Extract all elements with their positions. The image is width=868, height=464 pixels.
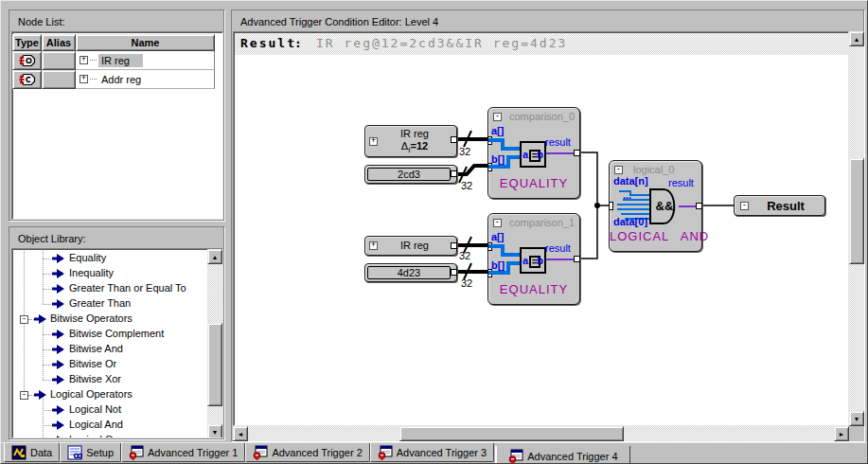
operator-arrow-icon xyxy=(52,269,64,278)
tree-item-greater-equal[interactable]: Greater Than or Equal To xyxy=(12,281,222,296)
node-type-cell[interactable] xyxy=(12,51,42,70)
collapse-minus-box[interactable]: - xyxy=(20,315,28,324)
result-port-label: result xyxy=(545,242,571,254)
operator-arrow-icon xyxy=(52,420,64,430)
tree-item-inequality[interactable]: Inequality xyxy=(12,266,222,281)
output-connector[interactable] xyxy=(451,136,457,143)
tree-item-greater-than[interactable]: Greater Than xyxy=(12,296,222,312)
tree-dash xyxy=(90,60,97,61)
node-list-panel: Node List: Type Alias Name +IR reg xyxy=(9,9,224,221)
tree-item-equality[interactable]: Equality xyxy=(12,251,222,266)
collapse-minus-box[interactable]: - xyxy=(493,113,502,121)
scroll-up-button[interactable]: ▲ xyxy=(849,31,864,46)
scroll-right-button[interactable]: ► xyxy=(834,426,849,441)
alias-cell[interactable] xyxy=(42,70,76,89)
result-connector[interactable] xyxy=(574,150,580,156)
column-header-alias[interactable]: Alias xyxy=(42,34,76,51)
scrollbar-thumb[interactable] xyxy=(849,158,864,264)
scrollbar-thumb[interactable] xyxy=(207,323,222,406)
object-library-tree: Equality Inequality Greater Than or Equa… xyxy=(11,248,223,438)
block-title: comparison_1 xyxy=(509,217,575,228)
bottom-tab-bar: Data Setup Advanced Trigger 1 xyxy=(1,442,868,464)
tab-data[interactable]: Data xyxy=(4,443,60,462)
node-block-ir-reg-delayed[interactable]: + IR reg Δt=12 xyxy=(364,125,457,157)
node-delay-label: Δt=12 xyxy=(377,140,452,154)
tree-dash xyxy=(90,79,97,80)
scroll-down-button[interactable]: ▼ xyxy=(849,411,864,426)
setup-tab-icon xyxy=(67,445,82,460)
operator-arrow-icon xyxy=(52,375,64,384)
tree-item-bitwise-complement[interactable]: Bitwise Complement xyxy=(12,327,222,342)
tree-item-logical-and[interactable]: Logical And xyxy=(12,418,222,433)
collapse-minus-box[interactable]: - xyxy=(493,219,502,227)
editor-canvas[interactable]: Result : IR reg@12=2cd3&&IR reg=4d23 32 xyxy=(233,31,849,426)
editor-vertical-scrollbar[interactable]: ▲ ▼ xyxy=(849,31,864,426)
tree-item-logical-operators[interactable]: - Logical Operators xyxy=(12,387,222,402)
trigger-editor-panel: Advanced Trigger Condition Editor: Level… xyxy=(231,9,864,441)
operator-arrow-icon xyxy=(52,436,64,438)
internal-blue-wires xyxy=(488,241,521,282)
advanced-trigger-tab-icon xyxy=(129,445,144,460)
scroll-left-button[interactable]: ◄ xyxy=(233,426,248,441)
comparison-1-block[interactable]: - comparison_1 a[] b[] a = b result EQUA… xyxy=(487,213,580,305)
object-library-scrollbar[interactable]: ▲ ▼ xyxy=(207,249,222,438)
tab-advanced-trigger-2[interactable]: Advanced Trigger 2 xyxy=(245,443,369,462)
column-header-type[interactable]: Type xyxy=(12,34,42,51)
node-name-selected[interactable]: IR reg xyxy=(98,54,143,67)
bus-width-label: 32 xyxy=(459,250,470,261)
operator-arrow-icon xyxy=(34,314,46,324)
node-list-body: Type Alias Name +IR reg xyxy=(11,31,223,220)
result-port-label: result xyxy=(668,177,694,188)
node-type-cell[interactable] xyxy=(12,70,42,89)
operator-arrow-icon xyxy=(52,360,64,369)
operator-arrow-icon xyxy=(52,345,64,354)
output-connector[interactable] xyxy=(451,269,457,276)
result-connector[interactable] xyxy=(696,203,702,209)
node-label: IR reg xyxy=(377,240,452,251)
tab-setup[interactable]: Setup xyxy=(60,443,121,462)
logical-0-block[interactable]: - logical_0 data[n] ... && result data[0… xyxy=(609,160,702,252)
tree-item-logical-not[interactable]: Logical Not xyxy=(12,402,222,418)
tree-item-bitwise-xor[interactable]: Bitwise Xor xyxy=(12,372,222,387)
scroll-down-button[interactable]: ▼ xyxy=(207,424,222,438)
scrollbar-thumb[interactable] xyxy=(399,426,624,441)
collapse-minus-box[interactable]: - xyxy=(20,391,28,400)
operator-arrow-icon xyxy=(52,254,64,263)
collapse-minus-box[interactable]: - xyxy=(740,202,749,210)
tab-advanced-trigger-4[interactable]: Advanced Trigger 4 xyxy=(496,446,629,464)
tree-item-bitwise-and[interactable]: Bitwise And xyxy=(12,342,222,357)
editor-title: Advanced Trigger Condition Editor: Level… xyxy=(234,13,438,30)
tree-item-bitwise-or[interactable]: Bitwise Or xyxy=(12,357,222,372)
expand-plus-box[interactable]: + xyxy=(80,56,88,64)
alias-cell[interactable] xyxy=(42,51,76,70)
result-connector[interactable] xyxy=(574,256,580,262)
tree-item-logical-or[interactable]: Logical Or xyxy=(12,433,222,438)
output-connector[interactable] xyxy=(451,242,457,249)
port-label-data-n: data[n] xyxy=(613,175,648,187)
scroll-up-button[interactable]: ▲ xyxy=(207,249,222,264)
advanced-trigger-tab-icon xyxy=(378,445,393,460)
column-header-name[interactable]: Name xyxy=(76,34,215,51)
tab-advanced-trigger-3[interactable]: Advanced Trigger 3 xyxy=(370,443,494,462)
result-output-block[interactable]: - Result xyxy=(734,195,825,216)
object-library-title: Object Library: xyxy=(11,230,86,247)
block-caption: EQUALITY xyxy=(488,176,579,190)
tree-item-bitwise-operators[interactable]: - Bitwise Operators xyxy=(12,312,222,327)
node-block-ir-reg[interactable]: + IR reg xyxy=(364,236,457,256)
scrollbar-corner xyxy=(849,426,864,441)
tab-advanced-trigger-1[interactable]: Advanced Trigger 1 xyxy=(121,443,245,462)
node-name[interactable]: Addr reg xyxy=(98,73,144,86)
comparison-0-block[interactable]: - comparison_0 a[] b[] a = b result EQUA… xyxy=(487,107,580,199)
value-block-4d23[interactable]: 4d23 xyxy=(364,263,457,282)
value-block-2cd3[interactable]: 2cd3 xyxy=(364,165,457,184)
internal-blue-wires xyxy=(488,134,521,176)
value-text: 2cd3 xyxy=(367,168,451,181)
name-cell[interactable]: +Addr reg xyxy=(76,70,215,89)
equality-symbol: a = b xyxy=(520,247,546,274)
output-connector[interactable] xyxy=(451,170,457,177)
result-node-label: Result xyxy=(750,199,822,213)
collapse-minus-box[interactable]: - xyxy=(614,166,623,174)
name-cell[interactable]: +IR reg xyxy=(76,51,215,70)
editor-horizontal-scrollbar[interactable]: ◄ ► xyxy=(233,426,849,441)
expand-plus-box[interactable]: + xyxy=(80,75,88,83)
